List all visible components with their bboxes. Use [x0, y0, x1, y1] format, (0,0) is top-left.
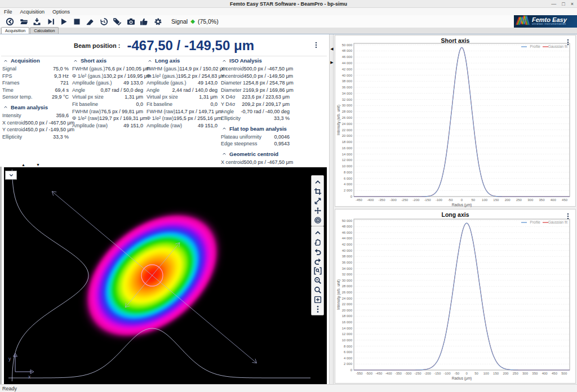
- svg-text:18 000: 18 000: [342, 140, 353, 144]
- beam-position-header: Beam position : -467,50 / -149,50 μm: [1, 35, 327, 56]
- thumbs-up-icon[interactable]: [139, 17, 148, 26]
- zoom-box-icon[interactable]: [313, 266, 322, 275]
- collapse-icon[interactable]: [313, 228, 322, 237]
- history-icon[interactable]: [99, 17, 108, 26]
- back-icon[interactable]: [5, 17, 14, 26]
- stat-row: FWHM (raw)76,5 px / 99,81 μm: [72, 108, 143, 115]
- stat-label: Angle: [72, 87, 85, 94]
- svg-text:50 000: 50 000: [342, 219, 353, 222]
- collapse-icon[interactable]: [3, 105, 8, 109]
- stat-row: Edge steepness0,9543: [221, 140, 290, 148]
- y-axis-label: Intensity (arb. unit): [336, 279, 341, 310]
- menu-item-options[interactable]: Options: [48, 9, 74, 15]
- splitter-expand-up-icon[interactable]: ▲: [21, 163, 25, 167]
- section-header-long-axis[interactable]: Long axis: [148, 57, 218, 64]
- left-collapsed-splitter[interactable]: [0, 167, 4, 384]
- play-icon[interactable]: [59, 17, 68, 26]
- tags-icon[interactable]: [112, 17, 121, 26]
- stat-row: Time69,4 s: [2, 87, 69, 94]
- minimize-button[interactable]: —: [551, 1, 556, 7]
- close-button[interactable]: ×: [571, 1, 574, 7]
- svg-text:30 000: 30 000: [342, 104, 353, 107]
- crop-icon[interactable]: [313, 186, 322, 196]
- svg-text:-350: -350: [378, 198, 385, 202]
- collapse-icon[interactable]: [222, 152, 227, 156]
- pan-icon[interactable]: [313, 237, 322, 247]
- stat-row: Ellipticity33,3 %: [221, 115, 290, 122]
- stat-label: Time: [2, 87, 14, 94]
- more-icon[interactable]: [313, 304, 322, 314]
- stop-icon[interactable]: [72, 17, 81, 26]
- beam-position-menu-icon[interactable]: [312, 41, 320, 50]
- tab-calculation[interactable]: Calculation: [30, 27, 59, 34]
- zoom-icon[interactable]: [313, 285, 322, 295]
- stat-label: Ellipticity: [221, 115, 241, 122]
- stat-label: Φ 1/e² (raw): [72, 115, 99, 122]
- stat-value: 69,4 s: [55, 87, 69, 94]
- collapse-icon[interactable]: [313, 177, 322, 186]
- import-icon[interactable]: [32, 17, 41, 26]
- menu-item-acquisition[interactable]: Acquisition: [16, 9, 49, 15]
- open-folder-icon[interactable]: [19, 17, 28, 26]
- svg-text:200: 200: [505, 198, 511, 202]
- stat-value: 114,9 px / 150,02 μm: [180, 65, 227, 73]
- signal-selector[interactable]: Signal ◆ (75,0%): [171, 18, 219, 25]
- main-splitter[interactable]: ◀ ▶: [329, 34, 334, 384]
- beam-toolbar-zoom: [311, 226, 324, 315]
- section-header-iso-analysis[interactable]: ISO Analysis: [222, 57, 290, 64]
- measurement-panels: AcquisitionSignal75,0 %FPS9,3 HzFrames72…: [1, 57, 327, 165]
- svg-text:22 000: 22 000: [342, 302, 353, 306]
- svg-text:-450: -450: [356, 198, 363, 202]
- eraser-icon[interactable]: [85, 17, 94, 26]
- redo-icon[interactable]: [313, 256, 322, 266]
- undo-icon[interactable]: [313, 247, 322, 256]
- svg-text:24 000: 24 000: [342, 122, 353, 126]
- stat-value: 0,0046: [274, 133, 290, 141]
- collapse-icon[interactable]: [73, 59, 78, 63]
- camera-icon[interactable]: [126, 17, 135, 26]
- section-header-flat-top-beam-analysis[interactable]: Flat top beam analysis: [222, 126, 290, 132]
- logo-tagline: ultrafast instrumentation: [532, 23, 567, 26]
- collapse-icon[interactable]: [3, 59, 8, 63]
- gear-icon[interactable]: [153, 17, 162, 26]
- stat-value: 500,0 px / -467,50 μm: [244, 65, 294, 73]
- add-box-icon[interactable]: [313, 295, 322, 304]
- svg-text:400: 400: [551, 198, 557, 202]
- maximize-button[interactable]: □: [562, 1, 565, 7]
- section-header-acquisition[interactable]: Acquisition: [3, 57, 69, 64]
- chart-menu-icon[interactable]: [564, 38, 572, 47]
- stat-row: Virtual px size1,31 μm: [147, 93, 218, 101]
- svg-text:-100: -100: [444, 372, 451, 375]
- menu-item-file[interactable]: File: [0, 9, 16, 15]
- svg-text:6 000: 6 000: [344, 177, 353, 180]
- stat-row: Fit baseline0,0: [147, 101, 218, 108]
- beam-view-dropdown[interactable]: [5, 171, 17, 180]
- splitter-collapse-down-icon[interactable]: ▼: [36, 163, 40, 167]
- collapse-icon[interactable]: [148, 59, 152, 63]
- svg-text:450: 450: [552, 372, 558, 375]
- svg-text:42 000: 42 000: [342, 68, 353, 71]
- long-axis-chart: 02 0004 0006 0008 00010 00012 00014 0001…: [335, 210, 576, 384]
- section-header-short-axis[interactable]: Short axis: [73, 57, 143, 64]
- chart-menu-icon[interactable]: [564, 212, 572, 221]
- beam-image[interactable]: yx: [4, 167, 327, 384]
- stat-value: 33,3 %: [274, 115, 290, 122]
- zoom-out-icon[interactable]: [313, 275, 322, 285]
- section-header-geometric-centroid[interactable]: Geometric centroid: [222, 151, 290, 157]
- svg-text:-300: -300: [390, 198, 397, 202]
- collapse-icon[interactable]: [222, 126, 227, 131]
- section-header-beam-analysis[interactable]: Beam analysis: [3, 104, 69, 110]
- svg-text:30 000: 30 000: [342, 279, 353, 282]
- stat-label: Amplitude (raw): [147, 122, 182, 130]
- skip-end-icon[interactable]: [46, 17, 55, 26]
- resize-icon[interactable]: [313, 196, 322, 206]
- stat-row: Φ 1/e² (raw)195,5 px / 255,16 μm: [147, 115, 218, 122]
- move-icon[interactable]: [313, 206, 322, 215]
- collapse-icon[interactable]: [222, 59, 227, 63]
- target-icon[interactable]: [313, 215, 322, 225]
- stat-value: 49 133,0: [123, 79, 143, 87]
- stat-value: 114,7 px / 149,71 μm: [175, 108, 223, 115]
- tab-acquisition[interactable]: Acquisition: [1, 27, 29, 34]
- svg-text:8 000: 8 000: [344, 345, 353, 348]
- window-titlebar: Femto Easy STAR Software - BeamPro - bp-…: [0, 0, 577, 8]
